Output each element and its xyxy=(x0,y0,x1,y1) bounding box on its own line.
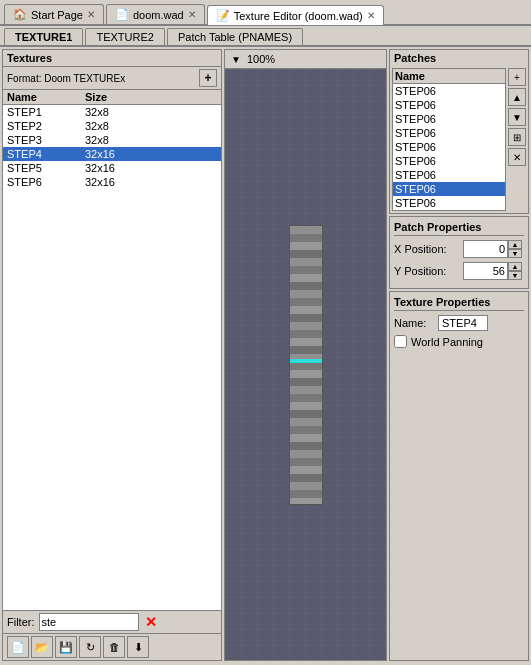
highlight-band xyxy=(290,359,322,363)
x-position-row: X Position: ▲ ▼ xyxy=(394,240,524,258)
world-panning-label: World Panning xyxy=(411,336,483,348)
patch-properties-header: Patch Properties xyxy=(394,221,524,236)
tab-start-page[interactable]: 🏠 Start Page ✕ xyxy=(4,4,104,24)
x-position-input-wrap: ▲ ▼ xyxy=(463,240,522,258)
texture-row[interactable]: STEP2 32x8 xyxy=(3,119,221,133)
texture-name-row: Name: STEP4 xyxy=(394,315,524,331)
texture-list: Name Size STEP1 32x8 STEP2 32x8 STEP3 32… xyxy=(3,90,221,610)
tab-start-label: Start Page xyxy=(31,9,83,21)
clear-filter-button[interactable]: ✕ xyxy=(143,614,159,630)
open-button[interactable]: 📂 xyxy=(31,636,53,658)
tab-bar: 🏠 Start Page ✕ 📄 doom.wad ✕ 📝 Texture Ed… xyxy=(0,0,531,26)
tab-texture1[interactable]: TEXTURE1 xyxy=(4,28,83,45)
reload-button[interactable]: ↻ xyxy=(79,636,101,658)
file-icon: 📄 xyxy=(115,8,129,21)
x-position-spinners: ▲ ▼ xyxy=(508,240,522,258)
tab-doom-wad[interactable]: 📄 doom.wad ✕ xyxy=(106,4,205,24)
y-position-label: Y Position: xyxy=(394,265,459,277)
col-header-name: Name xyxy=(5,91,85,103)
textures-header: Textures xyxy=(3,50,221,67)
add-texture-button[interactable]: + xyxy=(199,69,217,87)
patch-properties-panel: Patch Properties X Position: ▲ ▼ Y Posit… xyxy=(389,216,529,289)
patches-list-header: Name xyxy=(393,69,505,84)
textures-subheader: Format: Doom TEXTUREx + xyxy=(3,67,221,90)
texture-row-selected[interactable]: STEP4 32x16 xyxy=(3,147,221,161)
tab-doom-close[interactable]: ✕ xyxy=(188,9,196,20)
patch-row-selected[interactable]: STEP06 xyxy=(393,182,505,196)
canvas-toolbar: ▼ 100% xyxy=(225,50,386,69)
texture-row[interactable]: STEP3 32x8 xyxy=(3,133,221,147)
textures-panel: Textures Format: Doom TEXTUREx + Name Si… xyxy=(2,49,222,661)
world-panning-row: World Panning xyxy=(394,335,524,348)
canvas-panel: ▼ 100% xyxy=(224,49,387,661)
patch-row[interactable]: STEP06 xyxy=(393,98,505,112)
filter-label: Filter: xyxy=(7,616,35,628)
bottom-toolbar: 📄 📂 💾 ↻ 🗑 ⬇ xyxy=(3,633,221,660)
import-button[interactable]: ⬇ xyxy=(127,636,149,658)
texture-row[interactable]: STEP1 32x8 xyxy=(3,105,221,119)
zoom-label: 100% xyxy=(247,53,275,65)
tab-texture-close[interactable]: ✕ xyxy=(367,10,375,21)
patches-list-area: Name STEP06 STEP06 STEP06 STEP06 STEP06 … xyxy=(390,66,528,213)
texture-preview xyxy=(289,225,323,505)
patches-buttons: + ▲ ▼ ⊞ ✕ xyxy=(508,68,526,211)
tab-patch-table[interactable]: Patch Table (PNAMES) xyxy=(167,28,303,45)
patch-row[interactable]: STEP06 xyxy=(393,168,505,182)
filter-input[interactable] xyxy=(39,613,139,631)
patch-row[interactable]: STEP06 xyxy=(393,196,505,210)
texture-row[interactable]: STEP5 32x16 xyxy=(3,161,221,175)
edit-icon: 📝 xyxy=(216,9,230,22)
texture-list-header: Name Size xyxy=(3,90,221,105)
patches-header: Patches xyxy=(390,50,528,66)
texture-properties-header: Texture Properties xyxy=(394,296,524,311)
patches-list: Name STEP06 STEP06 STEP06 STEP06 STEP06 … xyxy=(392,68,506,211)
tab-start-close[interactable]: ✕ xyxy=(87,9,95,20)
delete-button[interactable]: 🗑 xyxy=(103,636,125,658)
tab-texture2[interactable]: TEXTURE2 xyxy=(85,28,164,45)
x-position-up[interactable]: ▲ xyxy=(508,240,522,249)
inner-tab-bar: TEXTURE1 TEXTURE2 Patch Table (PNAMES) xyxy=(0,26,531,47)
y-position-up[interactable]: ▲ xyxy=(508,262,522,271)
x-position-label: X Position: xyxy=(394,243,459,255)
patch-row[interactable]: STEP06 xyxy=(393,126,505,140)
y-position-input-wrap: ▲ ▼ xyxy=(463,262,522,280)
col-header-size: Size xyxy=(85,91,145,103)
patch-row[interactable]: STEP06 xyxy=(393,140,505,154)
tab-texture-editor[interactable]: 📝 Texture Editor (doom.wad) ✕ xyxy=(207,5,384,25)
patch-action-button[interactable]: ⊞ xyxy=(508,128,526,146)
save-button[interactable]: 💾 xyxy=(55,636,77,658)
scroll-down-arrow[interactable]: ▼ xyxy=(229,52,243,66)
y-position-row: Y Position: ▲ ▼ xyxy=(394,262,524,280)
remove-patch-button[interactable]: ✕ xyxy=(508,148,526,166)
patches-panel: Patches Name STEP06 STEP06 STEP06 STEP06… xyxy=(389,49,529,214)
y-position-spinners: ▲ ▼ xyxy=(508,262,522,280)
main-container: TEXTURE1 TEXTURE2 Patch Table (PNAMES) T… xyxy=(0,26,531,663)
home-icon: 🏠 xyxy=(13,8,27,21)
texture-row[interactable]: STEP6 32x16 xyxy=(3,175,221,189)
tab-texture-label: Texture Editor (doom.wad) xyxy=(234,10,363,22)
y-position-down[interactable]: ▼ xyxy=(508,271,522,280)
texture-properties-panel: Texture Properties Name: STEP4 World Pan… xyxy=(389,291,529,661)
y-position-input[interactable] xyxy=(463,262,508,280)
canvas-area[interactable] xyxy=(225,69,386,660)
move-down-patch-button[interactable]: ▼ xyxy=(508,108,526,126)
right-panel: Patches Name STEP06 STEP06 STEP06 STEP06… xyxy=(389,49,529,661)
x-position-input[interactable] xyxy=(463,240,508,258)
tab-doom-label: doom.wad xyxy=(133,9,184,21)
patch-row[interactable]: STEP06 xyxy=(393,84,505,98)
world-panning-checkbox[interactable] xyxy=(394,335,407,348)
content-area: Textures Format: Doom TEXTUREx + Name Si… xyxy=(0,47,531,663)
texture-steps xyxy=(290,226,322,504)
texture-name-value: STEP4 xyxy=(438,315,488,331)
move-up-patch-button[interactable]: ▲ xyxy=(508,88,526,106)
filter-bar: Filter: ✕ xyxy=(3,610,221,633)
new-texture-button[interactable]: 📄 xyxy=(7,636,29,658)
patch-row[interactable]: STEP06 xyxy=(393,112,505,126)
x-position-down[interactable]: ▼ xyxy=(508,249,522,258)
add-patch-button[interactable]: + xyxy=(508,68,526,86)
patch-row[interactable]: STEP06 xyxy=(393,154,505,168)
texture-name-label: Name: xyxy=(394,317,434,329)
